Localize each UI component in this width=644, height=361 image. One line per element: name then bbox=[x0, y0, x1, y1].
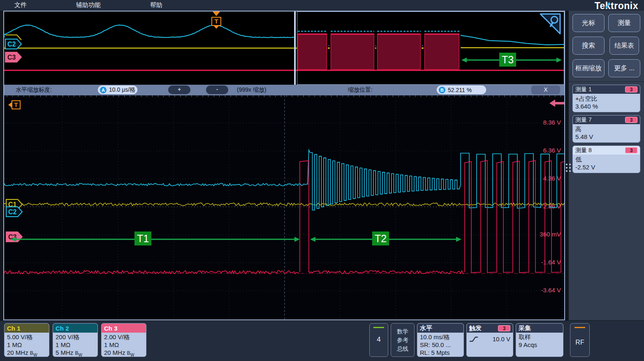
measurement-name: 低 bbox=[575, 155, 637, 163]
trigger-flag-letter: T bbox=[211, 17, 221, 26]
measurement-card-8[interactable]: 测量 8 3 低 -2.52 V bbox=[572, 146, 640, 173]
source-badge: 3 bbox=[625, 86, 637, 93]
zoom-out-button[interactable]: - bbox=[206, 86, 228, 94]
menu-utility[interactable]: 辅助功能 bbox=[76, 1, 101, 9]
t1-annotation-label: T1 bbox=[134, 231, 151, 245]
source-badge: 3 bbox=[625, 147, 637, 153]
measurement-value: 5.48 V bbox=[575, 133, 637, 141]
t2-annotation-label: T2 bbox=[372, 231, 389, 245]
search-button[interactable]: 搜索 bbox=[572, 37, 605, 55]
measurement-results: 测量 1 3 +占空比 3.640 % 测量 7 3 高 5.48 V 测量 8… bbox=[569, 81, 644, 176]
trigger-offscreen-marker[interactable]: T bbox=[8, 100, 21, 109]
channel-badge-ch1[interactable]: Ch 1 5.00 V/格 1 MΩ 20 MHz BW bbox=[4, 323, 49, 357]
main-waveforms[interactable] bbox=[4, 95, 564, 319]
zoom-position-label: 缩放位置: bbox=[348, 86, 373, 94]
digital-channel-button[interactable]: 4 bbox=[369, 323, 388, 357]
a-knob-icon: A bbox=[100, 87, 107, 93]
svg-text:C2: C2 bbox=[7, 41, 16, 48]
waveform-display: C2 C3 T T3 水平缩放标度: A 10.0 µs/格 bbox=[3, 11, 565, 320]
trigger-level-offscreen-marker[interactable] bbox=[549, 100, 564, 107]
channel-badge-ch3[interactable]: Ch 3 2.00 V/格 1 MΩ 20 MHz BW bbox=[101, 323, 146, 357]
trigger-position-flag[interactable]: T bbox=[210, 12, 222, 31]
channel-badge-ch2[interactable]: Ch 2 200 V/格 1 MΩ 5 MHz BW bbox=[53, 323, 98, 357]
digital-color-line bbox=[373, 327, 384, 328]
b-knob-icon: B bbox=[439, 87, 445, 93]
channel-label-c2[interactable]: C2 bbox=[6, 206, 23, 218]
measurement-name: +占空比 bbox=[575, 95, 637, 102]
cursors-button[interactable]: 光标 bbox=[572, 14, 605, 32]
oscilloscope-app: 文件 辅助功能 帮助 Tektronix C2 C3 T bbox=[0, 0, 644, 361]
rf-color-line bbox=[575, 327, 585, 328]
more-button[interactable]: 更多 ... bbox=[608, 59, 640, 77]
sidebar-buttons: 光标 测量 搜索 结果表 框画缩放 更多 ... bbox=[569, 11, 644, 81]
channel-label-c2-overview[interactable]: C2 bbox=[5, 39, 22, 50]
main-graticule[interactable]: 8.36 V 6.36 V 4.36 V 2.36 V 360 mV -1.64… bbox=[4, 95, 564, 319]
rising-edge-icon bbox=[469, 336, 478, 342]
zoom-magnifier-icon[interactable] bbox=[538, 13, 562, 36]
panel-resize-grip[interactable] bbox=[566, 164, 571, 176]
channel-label-c3-overview[interactable]: C3 bbox=[5, 52, 22, 63]
zoom-in-button[interactable]: + bbox=[168, 86, 190, 94]
source-badge: 3 bbox=[625, 117, 637, 123]
zoom-scale-label: 水平缩放标度: bbox=[16, 86, 52, 94]
measurement-name: 高 bbox=[575, 125, 637, 133]
trigger-source-badge: 3 bbox=[498, 325, 510, 331]
bottom-bar: Ch 1 5.00 V/格 1 MΩ 20 MHz BW Ch 2 200 V/… bbox=[0, 321, 644, 361]
trigger-badge[interactable]: 触发 3 10.0 V bbox=[466, 323, 513, 357]
measurement-value: 3.640 % bbox=[575, 102, 637, 110]
measurement-card-1[interactable]: 测量 1 3 +占空比 3.640 % bbox=[572, 85, 640, 112]
menu-help[interactable]: 帮助 bbox=[150, 1, 162, 9]
svg-text:C2: C2 bbox=[8, 208, 17, 215]
zoom-control-bar: 水平缩放标度: A 10.0 µs/格 + - (999x 缩放) 缩放位置: … bbox=[4, 85, 564, 95]
math-ref-bus-button[interactable]: 数学 参考 总线 bbox=[391, 323, 415, 357]
zoom-scale-value[interactable]: A 10.0 µs/格 bbox=[98, 86, 137, 94]
menu-file[interactable]: 文件 bbox=[14, 1, 27, 9]
rf-button[interactable]: RF bbox=[570, 323, 590, 357]
measurement-value: -2.52 V bbox=[575, 163, 637, 171]
draw-zoom-button[interactable]: 框画缩放 bbox=[572, 59, 605, 77]
svg-text:C3: C3 bbox=[7, 54, 16, 61]
measure-button[interactable]: 测量 bbox=[608, 14, 640, 32]
t3-annotation-label: T3 bbox=[499, 53, 516, 67]
acquisition-badge[interactable]: 采集 取样 9 Acqs bbox=[516, 323, 563, 357]
results-table-button[interactable]: 结果表 bbox=[609, 37, 639, 55]
trigger-triangle-icon bbox=[213, 12, 220, 16]
measurement-card-7[interactable]: 测量 7 3 高 5.48 V bbox=[572, 115, 640, 143]
zoom-close-button[interactable]: X bbox=[531, 86, 560, 94]
horizontal-badge[interactable]: 水平 10.0 ms/格 SR: 50.0 ... RL: 5 Mpts bbox=[417, 323, 464, 357]
zoom-region[interactable] bbox=[297, 12, 564, 85]
zoom-region-left-edge[interactable] bbox=[294, 12, 296, 85]
overview-strip[interactable]: C2 C3 T T3 bbox=[4, 12, 564, 85]
zoom-position-value[interactable]: B 52.211 % bbox=[437, 86, 486, 94]
sidebar: 光标 测量 搜索 结果表 框画缩放 更多 ... 测量 1 3 +占空比 3.6… bbox=[569, 11, 644, 320]
tektronix-logo: Tektronix bbox=[595, 0, 638, 12]
menu-bar: 文件 辅助功能 帮助 Tektronix bbox=[0, 0, 644, 11]
zoom-factor-readout: (999x 缩放) bbox=[237, 86, 266, 94]
